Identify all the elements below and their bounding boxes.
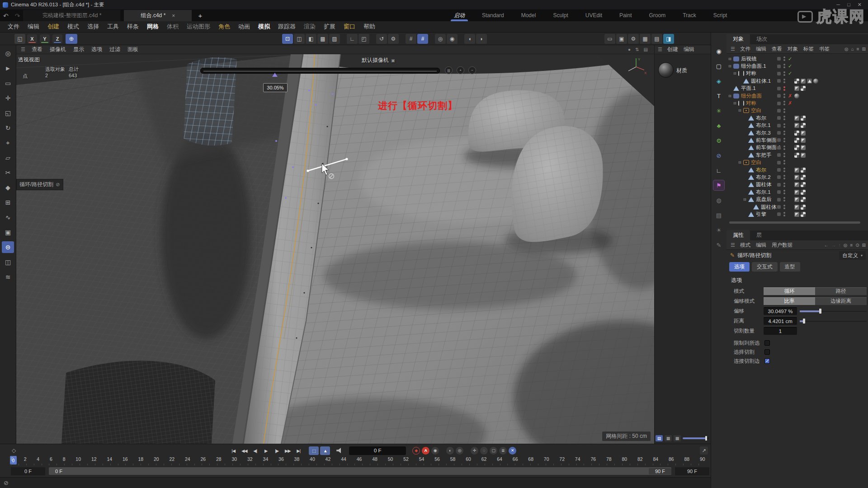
rectangle-selection-icon[interactable]: ▭ [2, 77, 14, 89]
sound-icon[interactable] [336, 448, 343, 453]
mat-tag[interactable] [813, 79, 818, 84]
跟踪器[interactable]: 跟踪器 [274, 23, 300, 31]
object-name[interactable]: 引擎 [756, 211, 766, 218]
过滤[interactable]: 过滤 [106, 46, 124, 53]
phong-tag[interactable] [794, 116, 799, 121]
spline-manager-icon[interactable]: ∟ [713, 165, 724, 175]
record-keyframe-icon[interactable]: ◆ [412, 447, 420, 455]
面板[interactable]: 面板 [124, 46, 142, 53]
expander-icon[interactable]: ⊟ [738, 160, 743, 164]
sel-tag[interactable] [801, 205, 806, 210]
autokey-icon[interactable]: A [422, 447, 429, 455]
sel-tag[interactable] [801, 197, 806, 202]
current-frame-field[interactable]: 0 F [349, 446, 406, 455]
体积[interactable]: 体积 [163, 23, 183, 31]
document-tab-inactive[interactable]: 完稿建模-整理图层.c4d * [23, 10, 120, 21]
marker-toggle-icon[interactable]: ▲ [320, 446, 330, 455]
am-lock-icon[interactable]: ⊙ [855, 243, 859, 248]
visibility-dots[interactable] [783, 160, 785, 162]
object-name[interactable]: 对称 [746, 70, 756, 77]
record-filter-a-icon[interactable]: ◐ [446, 447, 454, 455]
enable-toggle[interactable] [777, 109, 781, 113]
frame-ruler[interactable]: 0246810121416182022242628303234363840424… [11, 456, 705, 465]
add-tab-button[interactable]: + [198, 12, 202, 19]
record-filter-b-icon[interactable]: ◎ [456, 447, 463, 455]
record-pla-icon[interactable]: ✕ [509, 447, 516, 455]
magnet-icon[interactable]: ▣ [2, 226, 14, 238]
plane-tool-icon[interactable]: ▱ [2, 152, 14, 164]
tag-list[interactable] [794, 123, 806, 128]
sel-tag[interactable] [801, 212, 806, 217]
coordinate-system-button[interactable]: ⊕ [66, 34, 77, 44]
render-settings-icon[interactable]: ⚙ [628, 34, 639, 44]
simulation-manager-icon[interactable]: ⚙ [713, 136, 724, 145]
enable-toggle[interactable] [777, 102, 781, 105]
coordinate-system-icon[interactable]: ↺ [376, 34, 387, 44]
cube-manager-icon[interactable]: ◈ [713, 76, 724, 86]
viewport-toggle-icon[interactable]: ◱ [14, 34, 25, 44]
visibility-dots[interactable] [783, 175, 785, 177]
measure-icon[interactable]: ≋ [2, 271, 14, 283]
object-name[interactable]: 细分曲面 [741, 93, 762, 99]
tag-list[interactable] [794, 131, 806, 136]
文件[interactable]: 文件 [4, 23, 24, 31]
visibility-dots[interactable] [783, 101, 785, 103]
sel-tag[interactable] [794, 131, 799, 136]
造型[interactable]: 造型 [780, 262, 800, 272]
checkbox[interactable] [764, 340, 770, 346]
points-mode-icon[interactable]: ⊡ [282, 34, 293, 44]
record-parameter-icon[interactable]: ≣ [499, 447, 507, 455]
camera-label[interactable]: 默认摄像机 ▣ [362, 56, 395, 64]
phong-tag[interactable] [801, 79, 806, 84]
power-slider[interactable] [200, 68, 440, 74]
sel-tag[interactable] [794, 145, 799, 150]
对象[interactable]: 对象 [726, 34, 750, 44]
view-label[interactable]: 透视视图 [18, 56, 40, 64]
交互式[interactable]: 交互式 [752, 262, 778, 272]
large-view-icon[interactable]: ▩ [674, 435, 681, 441]
object-row[interactable]: ⊟ 细分曲面.1 [726, 62, 868, 70]
expander-icon[interactable]: ⊟ [728, 64, 733, 68]
object-name[interactable]: 对称 [746, 100, 756, 107]
查看[interactable]: 查看 [28, 46, 46, 53]
om-home-icon[interactable]: ⌂ [851, 47, 854, 52]
light-manager-icon[interactable]: ☀ [713, 225, 724, 235]
object-name[interactable]: 布尔.1 [756, 189, 771, 196]
axis-tool-icon[interactable]: ⌖ [2, 137, 14, 149]
tag-list[interactable] [794, 168, 806, 173]
shape-manager-icon[interactable]: ▢ [713, 61, 724, 71]
horizontal-scrollbar[interactable] [729, 221, 860, 224]
object-row[interactable]: ⊟ 前车侧面.1 [726, 144, 868, 151]
Standard[interactable]: Standard [473, 10, 513, 21]
场次[interactable]: 场次 [750, 34, 774, 44]
文件[interactable]: 文件 [737, 46, 753, 52]
thumbnail-size-slider[interactable] [683, 437, 709, 439]
expander-icon[interactable]: ⊟ [728, 94, 733, 98]
preset-dropdown[interactable]: 自定义 ▾ [839, 251, 866, 260]
enable-toggle[interactable] [777, 87, 781, 90]
enable-toggle[interactable] [777, 212, 781, 216]
zoom-in-icon[interactable]: + [457, 66, 464, 74]
enable-toggle[interactable] [777, 146, 781, 150]
visibility-dots[interactable] [783, 205, 785, 206]
constraint-manager-icon[interactable]: ⊘ [713, 150, 724, 160]
渲染[interactable]: 渲染 [300, 23, 320, 31]
object-name[interactable]: 空白 [751, 107, 761, 114]
next-frame-icon[interactable]: |▶ [272, 446, 282, 455]
object-row[interactable]: ⊟ 布尔 [726, 166, 868, 174]
record-manager-icon[interactable]: ◉ [713, 46, 724, 56]
tag-list[interactable] [794, 116, 806, 121]
rotate-icon[interactable]: ↻ [2, 122, 14, 134]
visibility-dots[interactable] [783, 190, 785, 192]
tag-list[interactable] [794, 212, 806, 217]
record-position-icon[interactable]: ✛ [471, 447, 478, 455]
对象[interactable]: 对象 [785, 46, 801, 52]
am-popout-icon[interactable]: ⊞ [862, 243, 866, 248]
list-view-icon[interactable]: ▤ [656, 435, 663, 441]
visibility-dots[interactable] [783, 138, 785, 140]
phong-tag[interactable] [794, 123, 799, 128]
generator-state[interactable] [788, 70, 792, 76]
goto-start-icon[interactable]: |◀ [228, 446, 238, 455]
enable-toggle[interactable] [777, 168, 781, 172]
om-popout-icon[interactable]: ⊞ [862, 47, 866, 52]
